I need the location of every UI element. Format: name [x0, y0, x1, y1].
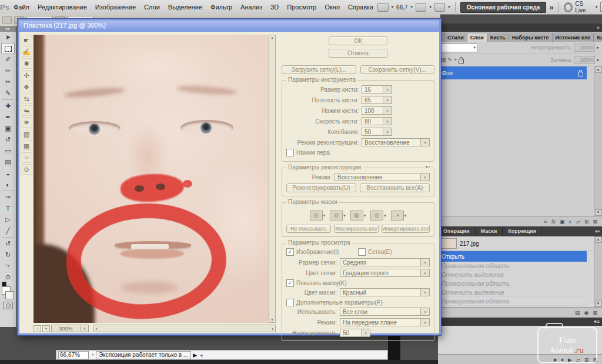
- scroll-down-icon[interactable]: ▼: [595, 209, 602, 216]
- tab-actions[interactable]: Операции: [438, 226, 476, 236]
- preview-vertical-scrollbar[interactable]: ▴ ▾: [269, 35, 276, 323]
- blur-tool[interactable]: ◒: [2, 168, 14, 179]
- freeze-mask-tool[interactable]: ▧: [21, 129, 32, 139]
- history-snapshot-row[interactable]: 217.jpg: [438, 236, 602, 251]
- zoom-tool[interactable]: ⊙: [21, 164, 32, 175]
- layer-style-icon[interactable]: fx: [551, 219, 556, 225]
- delete-state-icon[interactable]: ⊠: [593, 310, 597, 316]
- collapse-dock-icon[interactable]: »: [597, 25, 600, 31]
- dodge-tool[interactable]: ◐: [2, 179, 14, 190]
- link-layers-icon[interactable]: ∞: [544, 219, 547, 225]
- eraser-tool[interactable]: ▭: [2, 145, 14, 156]
- use-select[interactable]: Все слои▾: [340, 308, 430, 316]
- load-mesh-button[interactable]: Загрузить сетку(L)...: [282, 65, 356, 74]
- mask-invert-option[interactable]: ◑▾: [391, 211, 407, 221]
- show-backdrop-checkbox[interactable]: [286, 299, 294, 306]
- layer-group-icon[interactable]: ▱: [576, 219, 580, 225]
- healing-brush-tool[interactable]: ✚: [2, 101, 14, 112]
- panel-menu-icon[interactable]: ▾≡: [593, 228, 602, 235]
- pucker-tool[interactable]: ✣: [21, 70, 32, 81]
- scroll-down-icon[interactable]: ▼: [595, 300, 602, 307]
- quick-mask-button[interactable]: [3, 302, 13, 309]
- pen-tool[interactable]: ✑: [2, 192, 14, 203]
- mirror-tool[interactable]: ⇋: [21, 105, 32, 116]
- workspace-more-chevrons[interactable]: »: [549, 3, 553, 12]
- push-left-tool[interactable]: ⇆: [21, 93, 32, 104]
- status-info-icon[interactable]: ◔: [91, 352, 94, 358]
- scroll-down-icon[interactable]: ▾: [271, 318, 273, 322]
- status-menu-arrow-icon[interactable]: ▶: [193, 352, 197, 358]
- screen-mode-icon[interactable]: [434, 3, 445, 12]
- menu-analysis[interactable]: Анализ: [236, 1, 266, 14]
- group-menu-icon[interactable]: ▾≡: [424, 165, 431, 169]
- brush-tool[interactable]: ✒: [2, 112, 14, 123]
- tab-layers[interactable]: Слои: [467, 34, 487, 42]
- crop-tool[interactable]: ✂: [2, 76, 14, 88]
- save-mesh-button[interactable]: Сохранить сетку(V)...: [360, 65, 435, 74]
- zoom-out-button[interactable]: −: [34, 325, 41, 332]
- menu-image[interactable]: Изображение: [91, 1, 140, 14]
- mask-replace-option[interactable]: ◎▾: [310, 211, 326, 221]
- orbit-3d-tool[interactable]: ↻: [2, 249, 14, 261]
- menu-window[interactable]: Окно: [321, 1, 345, 14]
- path-selection-tool[interactable]: ▷: [2, 214, 14, 225]
- menu-edit[interactable]: Редактирование: [34, 1, 91, 14]
- lock-position-icon[interactable]: +: [454, 57, 457, 63]
- new-document-from-state-icon[interactable]: ▤: [575, 310, 580, 316]
- dialog-title-bar[interactable]: Пластика (217.jpg @ 300%): [19, 21, 439, 32]
- brush-pressure-select[interactable]: 100▾: [362, 106, 392, 115]
- tab-brush-presets[interactable]: Наборы кисте: [509, 34, 553, 42]
- scroll-up-icon[interactable]: ▲: [595, 66, 602, 73]
- quick-selection-tool[interactable]: ✏: [2, 65, 14, 76]
- delete-layer-icon[interactable]: ⊠: [593, 219, 597, 225]
- lasso-tool[interactable]: ✐: [2, 54, 14, 65]
- mask-add-option[interactable]: ◎▾: [330, 211, 346, 221]
- workspace-button[interactable]: Основная рабочая среда: [460, 2, 547, 13]
- menu-help[interactable]: Справка: [344, 1, 377, 14]
- restore-all-button[interactable]: Восстановить все(A): [360, 183, 430, 192]
- lock-all-icon[interactable]: [459, 59, 464, 64]
- tab-adjustments[interactable]: Коррекция: [503, 226, 542, 236]
- history-state-open[interactable]: Открыть: [438, 251, 587, 262]
- reconstruct-button[interactable]: Реконструировать(U): [286, 183, 356, 192]
- mask-none-button[interactable]: Не показывать: [286, 225, 331, 233]
- menu-select[interactable]: Выделение: [164, 1, 206, 14]
- eyedropper-tool[interactable]: ✎: [2, 88, 14, 99]
- brush-size-select[interactable]: 16▾: [362, 85, 392, 93]
- adjustment-layer-icon[interactable]: ◐: [569, 219, 572, 225]
- show-image-checkbox[interactable]: [286, 248, 294, 256]
- preview-canvas[interactable]: [34, 35, 269, 323]
- pen-pressure-checkbox[interactable]: [286, 149, 294, 156]
- reconstruct-mode-select-2[interactable]: Восстановление▾: [335, 173, 430, 181]
- mask-color-select[interactable]: Красный▾: [340, 288, 430, 296]
- menu-3d[interactable]: 3D: [266, 1, 283, 14]
- mask-all-button[interactable]: Маскировать все: [334, 225, 379, 233]
- arrange-documents-icon[interactable]: [416, 3, 426, 12]
- tab-masks[interactable]: Маски: [476, 226, 503, 236]
- new-layer-icon[interactable]: ⊞: [584, 219, 589, 225]
- tab-clone-source[interactable]: Источник кло: [553, 34, 594, 42]
- hand-tool[interactable]: ☞: [21, 152, 32, 163]
- default-colors-icon[interactable]: [2, 282, 6, 286]
- rotate-3d-tool[interactable]: ↺: [2, 238, 14, 249]
- mask-subtract-option[interactable]: ◍▾: [350, 211, 366, 221]
- panel-menu-icon[interactable]: ▾≡: [594, 319, 600, 325]
- turbulence-jitter-select[interactable]: 50▾: [362, 128, 392, 136]
- mesh-color-select[interactable]: Градации серого▾: [340, 269, 430, 277]
- cancel-button[interactable]: Отмена: [329, 49, 387, 58]
- hand-tool[interactable]: ☞: [2, 261, 14, 272]
- scroll-right-icon[interactable]: ▸: [272, 326, 274, 331]
- history-state[interactable]: Прямоугольная область: [438, 297, 587, 306]
- lock-pixels-icon[interactable]: ✎: [448, 57, 453, 63]
- history-brush-tool[interactable]: ↺: [2, 134, 14, 145]
- launch-bridge-icon[interactable]: [377, 3, 388, 12]
- scroll-left-icon[interactable]: ◂: [200, 352, 203, 358]
- document-zoom-field[interactable]: 66,67%: [58, 351, 89, 359]
- tab-styles[interactable]: Стили: [444, 34, 467, 42]
- clone-stamp-tool[interactable]: ▣: [2, 123, 14, 134]
- history-scrollbar[interactable]: ▲ ▼: [594, 236, 602, 307]
- opacity-value[interactable]: 100%: [574, 44, 595, 52]
- tab-brush[interactable]: Кисть: [487, 34, 509, 42]
- ok-button[interactable]: ОК: [329, 36, 387, 45]
- cs-live-menu[interactable]: CS Live▾: [564, 1, 598, 14]
